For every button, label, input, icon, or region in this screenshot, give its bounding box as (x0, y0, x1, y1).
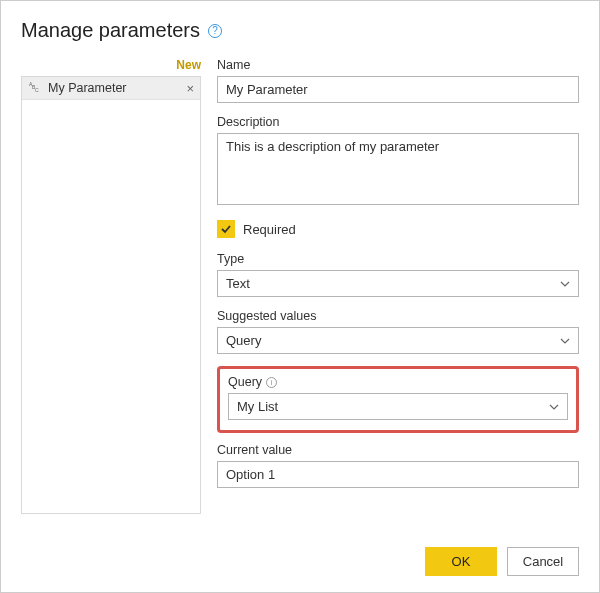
current-value-input[interactable] (217, 461, 579, 488)
svg-text:C: C (35, 87, 39, 93)
current-value-label: Current value (217, 443, 579, 457)
parameters-sidebar: New A B C My Parameter × (21, 58, 201, 514)
ok-button[interactable]: OK (425, 547, 497, 576)
cancel-button[interactable]: Cancel (507, 547, 579, 576)
type-select-value: Text (226, 276, 250, 291)
info-icon[interactable]: i (266, 377, 277, 388)
dialog-title: Manage parameters (21, 19, 200, 42)
query-field-highlight: Query i My List (217, 366, 579, 433)
suggested-values-select[interactable]: Query (217, 327, 579, 354)
delete-parameter-icon[interactable]: × (186, 82, 194, 95)
required-label: Required (243, 222, 296, 237)
parameter-form: Name Description This is a description o… (217, 58, 579, 514)
help-icon[interactable]: ? (208, 24, 222, 38)
type-select[interactable]: Text (217, 270, 579, 297)
new-parameter-link[interactable]: New (176, 58, 201, 72)
query-label: Query (228, 375, 262, 389)
suggested-values-select-value: Query (226, 333, 261, 348)
parameter-list: A B C My Parameter × (21, 76, 201, 514)
parameter-item-label: My Parameter (48, 81, 180, 95)
manage-parameters-dialog: Manage parameters ? New A B C My Paramet… (0, 0, 600, 593)
parameter-type-icon: A B C (28, 81, 42, 95)
suggested-values-label: Suggested values (217, 309, 579, 323)
query-select-value: My List (237, 399, 278, 414)
dialog-footer: OK Cancel (425, 547, 579, 576)
description-label: Description (217, 115, 579, 129)
name-input[interactable] (217, 76, 579, 103)
dialog-header: Manage parameters ? (21, 19, 579, 42)
query-select[interactable]: My List (228, 393, 568, 420)
name-label: Name (217, 58, 579, 72)
parameter-list-item[interactable]: A B C My Parameter × (22, 77, 200, 100)
required-checkbox[interactable] (217, 220, 235, 238)
description-textarea[interactable]: This is a description of my parameter (217, 133, 579, 205)
type-label: Type (217, 252, 579, 266)
